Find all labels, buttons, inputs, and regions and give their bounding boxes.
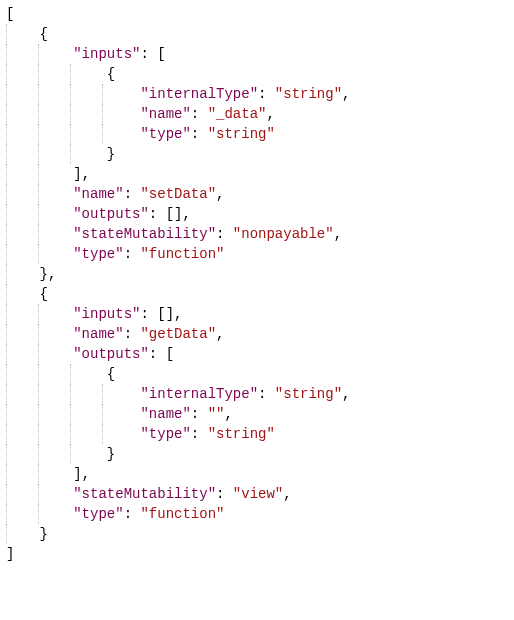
json-string: "view" (233, 486, 283, 502)
json-punct: , (182, 206, 190, 222)
code-line: "internalType": "string", (6, 384, 508, 404)
json-punct: : (191, 406, 208, 422)
code-line: } (6, 444, 508, 464)
json-key: "outputs" (73, 346, 149, 362)
json-punct: , (342, 386, 350, 402)
json-brace: } (40, 266, 48, 282)
json-bracket: [] (157, 306, 174, 322)
json-key: "type" (140, 126, 190, 142)
json-key: "stateMutability" (73, 226, 216, 242)
json-key: "stateMutability" (73, 486, 216, 502)
json-key: "name" (73, 186, 123, 202)
json-brace: { (40, 26, 48, 42)
code-line: ], (6, 164, 508, 184)
code-line: "stateMutability": "nonpayable", (6, 224, 508, 244)
json-punct: : (149, 206, 166, 222)
json-punct: : (124, 326, 141, 342)
json-punct: : (124, 186, 141, 202)
code-line: { (6, 64, 508, 84)
code-line: ] (6, 544, 508, 564)
code-line: "name": "", (6, 404, 508, 424)
code-line: { (6, 284, 508, 304)
code-line: "type": "string" (6, 124, 508, 144)
code-line: } (6, 144, 508, 164)
json-string: "" (208, 406, 225, 422)
code-line: }, (6, 264, 508, 284)
json-punct: , (174, 306, 182, 322)
json-string: "function" (140, 506, 224, 522)
json-bracket: ] (73, 466, 81, 482)
json-punct: , (342, 86, 350, 102)
json-punct: , (334, 226, 342, 242)
json-bracket: [ (6, 6, 14, 22)
code-line: "inputs": [], (6, 304, 508, 324)
code-line: "type": "function" (6, 504, 508, 524)
json-punct: , (48, 266, 56, 282)
json-punct: , (224, 406, 232, 422)
json-punct: : (258, 86, 275, 102)
json-brace: } (40, 526, 48, 542)
json-punct: : (258, 386, 275, 402)
code-line: "name": "setData", (6, 184, 508, 204)
json-key: "name" (140, 106, 190, 122)
code-line: [ (6, 4, 508, 24)
json-bracket: ] (73, 166, 81, 182)
json-string: "function" (140, 246, 224, 262)
code-line: { (6, 364, 508, 384)
json-key: "type" (73, 246, 123, 262)
json-key: "name" (73, 326, 123, 342)
json-bracket: [] (166, 206, 183, 222)
json-bracket: [ (166, 346, 174, 362)
json-brace: } (107, 146, 115, 162)
json-punct: , (216, 186, 224, 202)
json-string: "string" (208, 426, 275, 442)
code-line: "name": "_data", (6, 104, 508, 124)
json-punct: : (216, 226, 233, 242)
json-bracket: ] (6, 546, 14, 562)
json-bracket: [ (157, 46, 165, 62)
json-key: "name" (140, 406, 190, 422)
json-key: "inputs" (73, 46, 140, 62)
json-brace: { (107, 66, 115, 82)
json-brace: { (107, 366, 115, 382)
json-string: "string" (275, 386, 342, 402)
code-line: "stateMutability": "view", (6, 484, 508, 504)
json-string: "string" (208, 126, 275, 142)
json-punct: , (82, 166, 90, 182)
json-key: "outputs" (73, 206, 149, 222)
code-line: "outputs": [], (6, 204, 508, 224)
json-punct: : (140, 46, 157, 62)
json-key: "type" (140, 426, 190, 442)
code-line: "type": "string" (6, 424, 508, 444)
json-string: "_data" (208, 106, 267, 122)
code-line: { (6, 24, 508, 44)
code-line: "internalType": "string", (6, 84, 508, 104)
json-key: "internalType" (140, 86, 258, 102)
json-key: "inputs" (73, 306, 140, 322)
code-line: "type": "function" (6, 244, 508, 264)
json-key: "type" (73, 506, 123, 522)
code-line: "outputs": [ (6, 344, 508, 364)
json-punct: : (191, 126, 208, 142)
json-punct: , (216, 326, 224, 342)
json-string: "setData" (140, 186, 216, 202)
json-punct: , (283, 486, 291, 502)
json-string: "string" (275, 86, 342, 102)
json-brace: } (107, 446, 115, 462)
json-code-editor: [ { "inputs": [ { "internalType": "strin… (0, 0, 514, 570)
json-string: "nonpayable" (233, 226, 334, 242)
json-punct: : (124, 246, 141, 262)
code-line: ], (6, 464, 508, 484)
json-key: "internalType" (140, 386, 258, 402)
code-line: "inputs": [ (6, 44, 508, 64)
json-punct: : (191, 426, 208, 442)
json-punct: , (266, 106, 274, 122)
json-brace: { (40, 286, 48, 302)
json-string: "getData" (140, 326, 216, 342)
code-line: "name": "getData", (6, 324, 508, 344)
json-punct: : (124, 506, 141, 522)
json-punct: : (149, 346, 166, 362)
json-punct: : (216, 486, 233, 502)
json-punct: , (82, 466, 90, 482)
json-punct: : (140, 306, 157, 322)
